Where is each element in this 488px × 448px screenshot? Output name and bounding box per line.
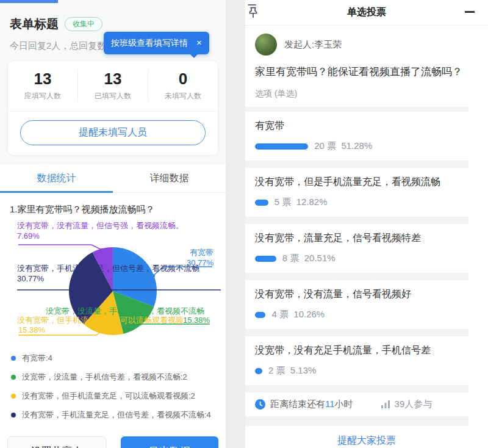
pie-label-text: 没有宽带，但手机流量充足，可以流畅观看视频 [17,316,184,325]
initiator-name: 发起人:李玉荣 [284,39,342,51]
pie-label-green-percent: 15.38% [183,315,210,325]
legend-dot-green [11,375,16,380]
vote-result-bar [255,143,308,150]
pie-label-yellow: 没有宽带，但手机流量充足，可以流畅观看视频 [17,315,184,325]
participants: 39人参与 [381,399,432,410]
vote-count: 8 票 20.51% [282,253,336,264]
pin-icon[interactable] [246,4,260,22]
legend-dot-blue [11,356,16,361]
section-separator [245,217,468,224]
legend-label: 没有宽带，手机流量充足，但信号差，看视频不流畅:4 [22,410,211,421]
participants-count: 39人参与 [395,399,432,410]
legend-item: 没有宽带，但手机流量充足，可以流畅观看视频:2 [11,386,226,405]
stat-unfilled: 0 未填写人数 [148,70,218,101]
legend-label: 有宽带:4 [22,353,52,364]
set-share-button[interactable]: 设置共享人 [7,436,106,448]
tab-detailed-data[interactable]: 详细数据 [113,164,226,192]
option-label: 没有宽带，流量充足，信号看视频特差 [255,232,478,245]
vote-footer: 距离结束还有11小时 39人参与 [245,392,488,416]
pie-label-text: 有宽带 [187,247,214,258]
pie-label-percent: 30.77% [17,273,199,284]
vote-count: 5 票 12.82% [274,197,328,208]
stat-label: 已填写人数 [78,91,148,101]
active-tab-underline [0,191,113,193]
vote-result-bar [255,200,268,206]
section-separator [245,416,468,426]
pie-label-text: 没宽带，没流量，手机信号差，看视频不流畅 [46,306,204,316]
tooltip-arrow [190,54,198,58]
options-type-label: 选项 (单选) [245,84,488,107]
split-view: 表单标题 收集中 今日回复2人，总回复数1 按班级查看填写详情 × 13 应填写… [0,0,488,448]
stats-card: 13 应填写人数 13 已填写人数 0 未填写人数 提醒未填写人员 [7,60,218,156]
countdown-text: 距离结束还有11小时 [270,399,353,410]
vote-option-2[interactable]: 没有宽带，但是手机流量充足，看视频流畅 5 票 12.82% [245,168,488,217]
legend-dot-navy [11,413,16,417]
form-stats-panel: 表单标题 收集中 今日回复2人，总回复数1 按班级查看填写详情 × 13 应填写… [0,0,226,448]
bar-chart-icon [381,400,390,408]
page-title: 表单标题 [10,16,59,32]
chart-question: 1.家里有宽带吗？视频播放流畅吗？ [0,193,226,217]
section-separator [245,385,468,392]
pie-label-navy: 没有宽带，手机流量充足，但信号差，看视频不流畅 30.77% [17,263,199,284]
pie-label-text: 没有宽带，没有流量，但信号强，看视频流畅。 [17,220,184,231]
vote-header: 单选投票 [245,0,488,26]
close-icon[interactable]: × [196,37,202,48]
divider [8,111,218,112]
stat-value: 13 [78,70,148,89]
tooltip-text: 按班级查看填写详情 [111,38,188,48]
export-data-button[interactable]: 导出数据 [121,436,218,448]
legend-item: 没宽带，没流量，手机信号差，看视频不流畅:2 [11,367,226,386]
clock-icon [255,399,265,410]
vote-option-1[interactable]: 有宽带 20 票 51.28% [245,112,488,161]
panel-gutter [226,0,245,448]
countdown-hours: 11 [325,399,335,409]
stat-value: 13 [8,70,77,89]
footer-buttons: 设置共享人 导出数据 [0,429,226,448]
legend-dot-yellow [11,394,16,399]
pie-label-percent: 7.69% [17,231,184,241]
avatar[interactable] [255,34,277,56]
tab-label: 数据统计 [37,172,76,185]
pie-label-percent: 15.38% [183,316,210,325]
class-detail-tooltip[interactable]: 按班级查看填写详情 × [104,32,209,54]
stat-label: 应填写人数 [8,91,77,101]
form-header: 表单标题 收集中 今日回复2人，总回复数1 按班级查看填写详情 × [0,0,226,52]
pie-label-yellow-percent: 15.38% [18,325,45,335]
stat-label: 未填写人数 [148,91,218,101]
stat-filled: 13 已填写人数 [77,70,148,101]
vote-count: 2 票 5.13% [268,365,316,377]
legend-item: 没有宽带，手机流量充足，但信号差，看视频不流畅:4 [11,405,226,424]
vote-count: 4 票 10.26% [271,309,325,320]
tab-bar: 数据统计 详细数据 [0,164,226,193]
option-label: 有宽带 [255,120,478,132]
legend-item: 有宽带:4 [11,349,226,367]
vote-panel: 单选投票 发起人:李玉荣 家里有宽带吗？能保证看视频直播了流畅吗？ 选项 (单选… [245,0,488,448]
stat-expected: 13 应填写人数 [8,70,77,101]
pie-label-purple: 没有宽带，没有流量，但信号强，看视频流畅。 7.69% [17,220,184,241]
vote-title: 单选投票 [347,6,386,19]
initiator-row: 发起人:李玉荣 [245,26,488,62]
vote-result-bar [255,368,262,374]
tab-data-statistics[interactable]: 数据统计 [0,164,113,192]
section-separator [245,107,468,112]
pie-legend: 有宽带:4 没宽带，没流量，手机信号差，看视频不流畅:2 没有宽带，但手机流量充… [0,344,226,424]
remind-vote-link[interactable]: 提醒大家投票 [337,435,396,446]
vote-option-5[interactable]: 没宽带，没有充足手机流量，手机信号差 2 票 5.13% [245,336,488,385]
remind-link-row: 提醒大家投票 [245,426,488,448]
vote-option-4[interactable]: 没有宽带，没有流量，信号看视频好 4 票 10.26% [245,280,488,329]
vote-question: 家里有宽带吗？能保证看视频直播了流畅吗？ [245,62,488,84]
legend-label: 没有宽带，但手机流量充足，可以流畅观看视频:2 [22,391,195,402]
section-separator [245,329,468,336]
minimize-icon[interactable] [465,11,475,13]
legend-label: 没宽带，没流量，手机信号差，看视频不流畅:2 [22,372,187,383]
pie-chart: 没有宽带，没有流量，但信号强，看视频流畅。 7.69% 有宽带 30.77% 没… [0,217,226,344]
option-label: 没有宽带，但是手机流量充足，看视频流畅 [255,176,478,189]
vote-count: 20 票 51.28% [314,140,372,152]
status-badge: 收集中 [65,17,102,31]
option-label: 没有宽带，没有流量，信号看视频好 [255,288,478,301]
pie-label-text: 没有宽带，手机流量充足，但信号差，看视频不流畅 [17,263,199,273]
tab-label: 详细数据 [150,172,189,185]
statistics-section: 数据统计 详细数据 1.家里有宽带吗？视频播放流畅吗？ [0,164,226,448]
remind-unfilled-button[interactable]: 提醒未填写人员 [20,120,206,145]
vote-option-3[interactable]: 没有宽带，流量充足，信号看视频特差 8 票 20.51% [245,224,488,273]
